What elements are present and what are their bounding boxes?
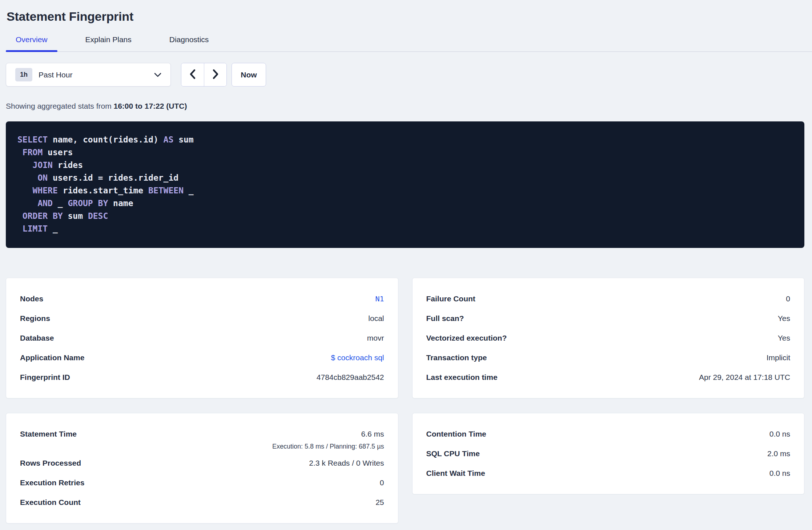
sql-text: users.id = rides.rider_id [48,173,178,182]
stat-label: Client Wait Time [426,463,485,483]
stat-row: Failure Count0 [426,289,791,309]
time-controls: 1h Past Hour [6,63,804,87]
stat-row: Regionslocal [20,309,384,328]
sql-text: rides [53,160,83,170]
sql-keyword: GROUP BY [68,198,108,208]
stat-label: Transaction type [426,348,487,368]
now-button[interactable]: Now [232,63,266,87]
stat-value-wrap: 0.0 ns [769,424,790,444]
stat-value: Implicit [767,348,790,368]
sql-line: WHERE rides.start_time BETWEEN _ [17,184,793,197]
sql-text [17,186,33,195]
statement-times-card: Statement Time6.6 msExecution: 5.8 ms / … [6,413,398,523]
sql-keyword: SELECT [17,135,48,144]
time-range-picker[interactable]: 1h Past Hour [6,63,171,87]
sql-line: SELECT name, count(rides.id) AS sum [17,133,793,146]
stat-value-wrap: Apr 29, 2024 at 17:18 UTC [699,368,790,387]
sql-text: name [108,198,133,208]
stat-label: SQL CPU Time [426,444,480,463]
summary-cards: NodesN1RegionslocalDatabasemovrApplicati… [6,278,804,523]
sql-keyword: BETWEEN [148,186,184,195]
sql-line: JOIN rides [17,159,793,172]
sql-keyword: WHERE [33,186,58,195]
stat-label: Last execution time [426,368,498,387]
stat-row: Last execution timeApr 29, 2024 at 17:18… [426,368,791,387]
stat-value-wrap: 2.3 k Reads / 0 Writes [309,453,384,473]
tab-overview[interactable]: Overview [6,32,57,51]
sql-text: _ [184,186,194,195]
stat-row: Client Wait Time0.0 ns [426,463,791,483]
stat-row: Execution Retries0 [20,473,384,493]
sql-text: rides.start_time [58,186,148,195]
sql-keyword: LIMIT [23,224,48,233]
next-interval-button[interactable] [204,63,226,86]
stat-row: Transaction typeImplicit [426,348,791,368]
chevron-right-icon [212,69,219,81]
sql-line: FROM users [17,146,793,159]
sql-text: name, count(rides.id) [48,135,164,144]
stat-value-wrap: 25 [375,493,384,512]
sql-keyword: JOIN [33,160,53,170]
stat-value: 6.6 ms [361,424,384,444]
stat-value-wrap: 4784cb829aab2542 [317,368,384,387]
time-range-badge: 1h [15,68,32,81]
sql-line: ON users.id = rides.rider_id [17,172,793,184]
chevron-down-icon [154,72,162,77]
stat-label: Execution Count [20,493,81,512]
stat-row: Databasemovr [20,328,384,348]
resource-usage-card: Contention Time0.0 nsSQL CPU Time2.0 msC… [412,413,805,494]
stat-value-wrap: 6.6 msExecution: 5.8 ms / Planning: 687.… [272,424,384,453]
stat-row: Application Name$ cockroach sql [20,348,384,368]
stat-label: Full scan? [426,309,464,328]
stat-label: Vectorized execution? [426,328,507,348]
stat-row: Statement Time6.6 msExecution: 5.8 ms / … [20,424,384,453]
stat-value-link[interactable]: $ cockroach sql [331,348,384,368]
prev-interval-button[interactable] [181,63,204,86]
chevron-left-icon [189,69,196,81]
time-range-label: Past Hour [39,71,72,79]
stat-label: Rows Processed [20,453,81,473]
stat-value: movr [367,328,384,348]
stats-note-range: 16:00 to 17:22 (UTC) [114,102,187,110]
stat-value: Yes [778,328,790,348]
stat-value-wrap: movr [367,328,384,348]
sql-line: AND _ GROUP BY name [17,197,793,210]
interval-arrows [181,63,227,87]
sql-text: users [43,148,73,157]
tab-diagnostics[interactable]: Diagnostics [160,32,219,51]
stat-value-wrap: Implicit [767,348,790,368]
sql-keyword: ON [37,173,48,182]
sql-keyword: AND [37,198,53,208]
stat-row: Rows Processed2.3 k Reads / 0 Writes [20,453,384,473]
stat-row: NodesN1 [20,289,384,309]
execution-attributes-card: Failure Count0Full scan?YesVectorized ex… [412,278,805,398]
stat-value: 2.0 ms [767,444,790,463]
stat-row: Contention Time0.0 ns [426,424,791,444]
stat-value: 0 [786,289,790,309]
tab-explain-plans[interactable]: Explain Plans [76,32,141,51]
stat-value: 0 [380,473,384,493]
sql-text: _ [53,198,68,208]
stat-value: 2.3 k Reads / 0 Writes [309,453,384,473]
sql-keyword: FROM [23,148,43,157]
stat-value: Yes [778,309,790,328]
stat-value: 0.0 ns [769,463,790,483]
sql-text [17,198,37,208]
stat-value-link[interactable]: N1 [375,289,384,309]
stat-row: Fingerprint ID4784cb829aab2542 [20,368,384,387]
aggregated-stats-note: Showing aggregated stats from 16:00 to 1… [6,102,804,111]
sql-text [17,211,23,221]
tab-bar: Overview Explain Plans Diagnostics [6,32,812,52]
stat-label: Regions [20,309,50,328]
sql-text: sum [173,135,193,144]
stat-row: Vectorized execution?Yes [426,328,791,348]
stat-value: 0.0 ns [769,424,790,444]
stat-label: Contention Time [426,424,486,444]
stat-row: SQL CPU Time2.0 ms [426,444,791,463]
sql-keyword: AS [164,135,174,144]
sql-text [17,224,23,233]
statement-fingerprint-page: Statement Fingerprint Overview Explain P… [0,9,812,530]
sql-keyword: DESC [88,211,108,221]
stat-value-wrap: 0.0 ns [769,463,790,483]
stat-value-wrap: N1 [375,289,384,309]
